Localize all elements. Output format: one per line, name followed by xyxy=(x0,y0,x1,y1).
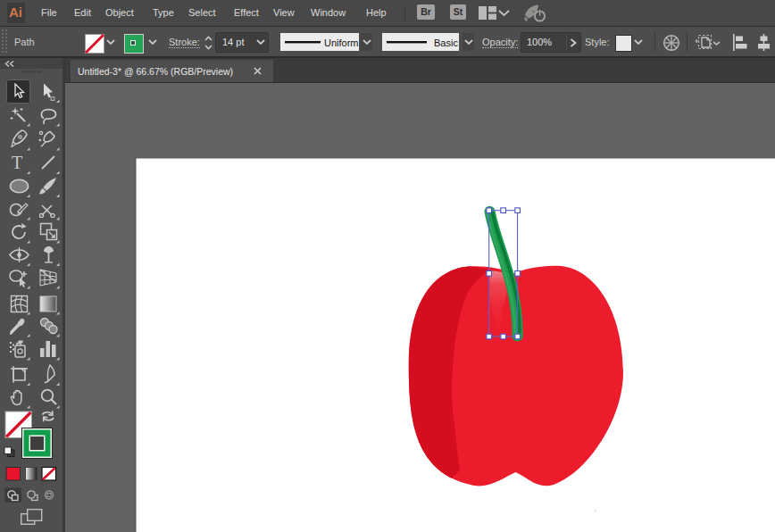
svg-text:Uniform: Uniform xyxy=(324,37,359,48)
svg-text:Basic: Basic xyxy=(434,37,458,48)
